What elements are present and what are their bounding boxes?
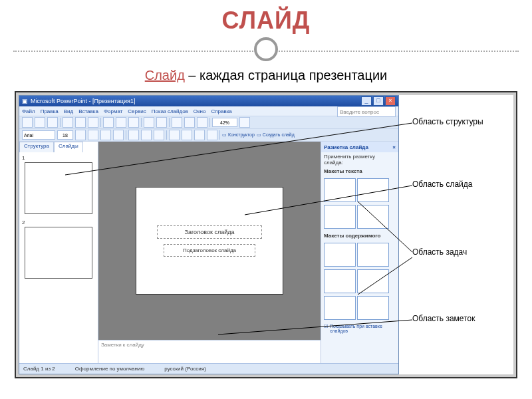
layout-item[interactable] [357, 296, 389, 320]
newslide-label[interactable]: ▭ Создать слайд [257, 132, 295, 138]
notes-pane[interactable]: Заметки к слайду [98, 340, 321, 363]
checkbox-icon: ☑ [324, 324, 328, 329]
content-layouts [321, 240, 398, 323]
menu-view[interactable]: Вид [64, 108, 73, 114]
status-bar: Слайд 1 из 2 Оформление по умолчанию рус… [19, 363, 398, 374]
callout-notes: Область заметок [412, 315, 475, 323]
powerpoint-window: ▣ Microsoft PowerPoint - [Презентация1] … [19, 95, 399, 374]
tab-slides[interactable]: Слайды [54, 142, 83, 152]
italic-icon[interactable] [88, 130, 98, 140]
copy-icon[interactable] [116, 117, 126, 128]
slide-canvas-wrap: Заголовок слайда Подзаголовок слайда [98, 142, 321, 340]
outline-tabs: Структура Слайды [19, 142, 98, 152]
font-box[interactable]: Arial [22, 130, 55, 140]
tab-structure[interactable]: Структура [19, 142, 54, 152]
align-left-icon[interactable] [128, 130, 139, 140]
thumbnail-list: 1 2 [19, 152, 98, 363]
layout-item[interactable] [324, 243, 356, 267]
layout-item[interactable] [324, 269, 356, 293]
taskpane-title: Разметка слайда × [321, 142, 398, 152]
layout-item[interactable] [357, 178, 389, 202]
layout-item[interactable] [357, 269, 389, 293]
close-button[interactable]: × [385, 96, 396, 106]
ask-question-box[interactable]: Введите вопрос [337, 106, 396, 117]
print-icon[interactable] [63, 117, 73, 128]
callout-slide: Область слайда [412, 180, 472, 189]
taskpane-title-text: Разметка слайда [324, 144, 368, 150]
menu-slideshow[interactable]: Показ слайдов [152, 108, 188, 114]
text-layouts [321, 176, 398, 231]
layout-item[interactable] [324, 205, 356, 229]
main-title: СЛАЙД [0, 7, 532, 35]
task-pane: Разметка слайда × Применить разметку сла… [321, 142, 398, 363]
menu-insert[interactable]: Вставка [78, 108, 98, 114]
menu-format[interactable]: Формат [104, 108, 122, 114]
checkbox-label: Показывать при вставке слайдов [330, 324, 396, 333]
workspace: Структура Слайды 1 2 Заголовок слайда [19, 142, 398, 363]
layout-item[interactable] [357, 205, 389, 229]
callout-taskpane: Область задач [412, 248, 467, 257]
thumb-number: 1 [22, 155, 95, 161]
incfont-icon[interactable] [194, 130, 205, 140]
undo-icon[interactable] [144, 117, 154, 128]
redo-icon[interactable] [156, 117, 167, 128]
subtitle-rest: – каждая страница презентации [185, 68, 387, 82]
design-label[interactable]: ▭ Конструктор [222, 132, 255, 138]
status-slide: Слайд 1 из 2 [23, 366, 55, 372]
menu-edit[interactable]: Правка [41, 108, 59, 114]
diagram-area: ▣ Microsoft PowerPoint - [Презентация1] … [19, 95, 513, 374]
maximize-button[interactable]: □ [373, 96, 384, 106]
taskpane-checkbox[interactable]: ☑ Показывать при вставке слайдов [321, 323, 398, 334]
menu-help[interactable]: Справка [211, 108, 231, 114]
numbering-icon[interactable] [182, 130, 192, 140]
zoom-box[interactable]: 42% [212, 118, 237, 127]
help-icon[interactable] [239, 117, 250, 128]
diagram-frame: ▣ Microsoft PowerPoint - [Презентация1] … [15, 91, 517, 378]
new-icon[interactable] [22, 117, 33, 128]
thumb-number: 2 [22, 219, 95, 225]
taskpane-close-icon[interactable]: × [392, 144, 396, 150]
outline-pane: Структура Слайды 1 2 [19, 142, 98, 363]
slide-canvas[interactable]: Заголовок слайда Подзаголовок слайда [136, 187, 283, 295]
slide-thumbnail-2[interactable] [25, 227, 92, 279]
hyperlink-icon[interactable] [197, 117, 207, 128]
spell-icon[interactable] [88, 117, 98, 128]
taskpane-section-text: Макеты текста [321, 167, 398, 176]
align-center-icon[interactable] [141, 130, 152, 140]
callout-outline: Область структуры [412, 118, 483, 126]
open-icon[interactable] [35, 117, 45, 128]
align-right-icon[interactable] [154, 130, 164, 140]
callout-column: Область структуры Область слайда Область… [399, 95, 513, 374]
bullets-icon[interactable] [169, 130, 180, 140]
subtitle-placeholder[interactable]: Подзаголовок слайда [164, 244, 255, 257]
underline-icon[interactable] [100, 130, 111, 140]
window-titlebar: ▣ Microsoft PowerPoint - [Презентация1] … [19, 96, 398, 106]
status-design: Оформление по умолчанию [75, 366, 145, 372]
taskpane-apply-label: Применить разметку слайда: [321, 152, 398, 167]
table-icon[interactable] [184, 117, 195, 128]
paste-icon[interactable] [128, 117, 139, 128]
fontsize-box[interactable]: 18 [57, 130, 73, 140]
window-title: Microsoft PowerPoint - [Презентация1] [31, 98, 135, 104]
taskpane-section-content: Макеты содержимого [321, 231, 398, 240]
editor-area: Заголовок слайда Подзаголовок слайда Зам… [98, 142, 321, 363]
slide-thumbnail-1[interactable] [25, 162, 92, 214]
cut-icon[interactable] [103, 117, 114, 128]
minimize-button[interactable]: _ [361, 96, 372, 106]
menu-file[interactable]: Файл [22, 108, 35, 114]
layout-item[interactable] [357, 243, 389, 267]
status-language: русский (Россия) [164, 366, 206, 372]
save-icon[interactable] [47, 117, 58, 128]
layout-item[interactable] [324, 296, 356, 320]
shadow-icon[interactable] [113, 130, 124, 140]
title-placeholder[interactable]: Заголовок слайда [157, 225, 262, 239]
menu-tools[interactable]: Сервис [128, 108, 146, 114]
layout-item[interactable] [324, 178, 356, 202]
chart-icon[interactable] [172, 117, 182, 128]
decfont-icon[interactable] [207, 130, 217, 140]
preview-icon[interactable] [75, 117, 86, 128]
app-icon: ▣ [22, 98, 28, 104]
standard-toolbar: 42% [19, 116, 398, 129]
bold-icon[interactable] [75, 130, 86, 140]
menu-window[interactable]: Окно [194, 108, 206, 114]
